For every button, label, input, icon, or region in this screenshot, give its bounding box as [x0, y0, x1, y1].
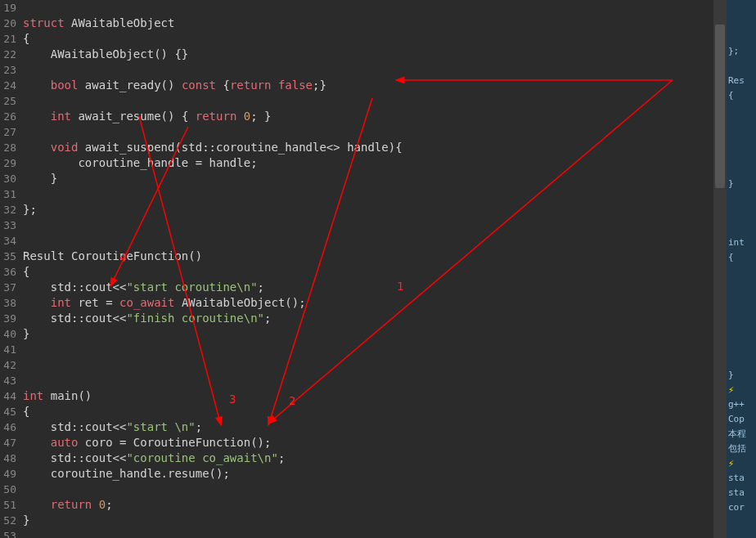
- code-token: await_resume() {: [71, 110, 196, 123]
- code-line[interactable]: {: [23, 31, 713, 47]
- line-number: 29: [0, 155, 16, 171]
- code-line[interactable]: {: [23, 264, 713, 280]
- code-token: main(): [43, 389, 92, 402]
- code-line[interactable]: std::cout<<"start coroutine\n";: [23, 280, 713, 295]
- line-number: 20: [0, 16, 16, 31]
- line-number: 25: [0, 93, 16, 109]
- code-token: std::cout<<: [23, 312, 126, 325]
- line-number: 52: [0, 513, 16, 528]
- code-line[interactable]: [23, 217, 713, 233]
- code-line[interactable]: [23, 373, 713, 388]
- line-number: 23: [0, 62, 16, 78]
- minimap-line: {: [727, 250, 756, 265]
- code-line[interactable]: [23, 124, 713, 140]
- code-line[interactable]: int ret = co_await AWaitableObject();: [23, 295, 713, 311]
- code-line[interactable]: AWaitableObject() {}: [23, 47, 713, 62]
- minimap-line: int: [727, 235, 756, 250]
- code-line[interactable]: [23, 528, 713, 538]
- minimap-line: [727, 29, 756, 44]
- line-number: 46: [0, 419, 16, 435]
- code-token: ;: [196, 420, 202, 433]
- code-token: "coroutine co_await\n": [126, 451, 277, 464]
- minimap-line: [727, 147, 756, 162]
- code-token: coroutine_handle.resume();: [23, 467, 230, 480]
- code-line[interactable]: return 0;: [23, 497, 713, 513]
- minimap-line: [727, 294, 756, 309]
- code-token: coro = CoroutineFunction();: [78, 436, 271, 449]
- code-line[interactable]: }: [23, 513, 713, 528]
- code-token: 0: [99, 498, 106, 511]
- code-line[interactable]: coroutine_handle = handle;: [23, 155, 713, 171]
- code-line[interactable]: [23, 62, 713, 78]
- code-line[interactable]: int main(): [23, 388, 713, 404]
- code-line[interactable]: auto coro = CoroutineFunction();: [23, 435, 713, 451]
- line-number: 45: [0, 404, 16, 419]
- code-area[interactable]: struct AWaitableObject{ AWaitableObject(…: [23, 0, 713, 538]
- code-token: ;: [106, 498, 112, 511]
- code-line[interactable]: [23, 186, 713, 202]
- minimap-line: [727, 15, 756, 29]
- code-token: AWaitableObject: [65, 16, 175, 29]
- code-editor[interactable]: 1920212223242526272829303132333435363738…: [0, 0, 713, 538]
- code-line[interactable]: struct AWaitableObject: [23, 16, 713, 31]
- code-line[interactable]: [23, 0, 713, 16]
- minimap-line: [727, 353, 756, 368]
- code-token: std::cout<<: [23, 280, 126, 294]
- line-number: 32: [0, 202, 16, 217]
- code-token: std::cout<<: [23, 420, 126, 433]
- code-line[interactable]: std::cout<<"start \n";: [23, 419, 713, 435]
- line-number: 40: [0, 326, 16, 342]
- code-line[interactable]: coroutine_handle.resume();: [23, 466, 713, 482]
- code-token: int: [51, 110, 71, 123]
- code-token: std::cout<<: [23, 451, 126, 464]
- code-token: {: [23, 405, 29, 418]
- code-line[interactable]: }: [23, 326, 713, 342]
- line-number: 49: [0, 466, 16, 482]
- line-number: 50: [0, 482, 16, 497]
- code-line[interactable]: [23, 482, 713, 497]
- code-token: int: [51, 296, 71, 309]
- code-token: int: [23, 389, 43, 402]
- minimap-line: [727, 191, 756, 206]
- line-number: 22: [0, 47, 16, 62]
- code-token: {: [216, 78, 230, 92]
- scrollbar-thumb[interactable]: [715, 25, 725, 188]
- code-line[interactable]: Result CoroutineFunction(): [23, 249, 713, 264]
- minimap-line: }: [727, 368, 756, 383]
- code-token: "start \n": [126, 420, 195, 433]
- code-line[interactable]: std::cout<<"finish coroutine\n";: [23, 311, 713, 326]
- code-line[interactable]: std::cout<<"coroutine co_await\n";: [23, 451, 713, 466]
- code-token: [236, 110, 243, 123]
- line-number: 43: [0, 373, 16, 388]
- line-number: 39: [0, 311, 16, 326]
- minimap-line: sta: [727, 471, 756, 486]
- minimap-line: [727, 265, 756, 280]
- code-line[interactable]: [23, 342, 713, 357]
- minimap-line: [727, 206, 756, 221]
- minimap-line: }: [727, 177, 756, 191]
- minimap-line: g++: [727, 397, 756, 412]
- code-line[interactable]: int await_resume() { return 0; }: [23, 109, 713, 124]
- code-line[interactable]: };: [23, 202, 713, 217]
- code-token: false: [278, 78, 313, 92]
- code-line[interactable]: [23, 233, 713, 249]
- code-line[interactable]: bool await_ready() const {return false;}: [23, 78, 713, 93]
- code-line[interactable]: [23, 93, 713, 109]
- code-token: [23, 78, 51, 92]
- code-line[interactable]: }: [23, 171, 713, 186]
- code-line[interactable]: void await_suspend(std::coroutine_handle…: [23, 140, 713, 155]
- code-token: ;: [278, 451, 285, 464]
- line-number: 33: [0, 217, 16, 233]
- vertical-scrollbar[interactable]: [713, 0, 727, 538]
- code-token: ;: [258, 280, 264, 294]
- minimap-line: [727, 103, 756, 118]
- line-number: 37: [0, 280, 16, 295]
- code-token: ;}: [313, 78, 326, 92]
- code-line[interactable]: [23, 357, 713, 373]
- code-line[interactable]: {: [23, 404, 713, 419]
- code-token: await_ready(): [78, 78, 181, 92]
- minimap[interactable]: };Res{}int{}g++Cop本程包括stastacor: [727, 0, 756, 538]
- minimap-line: };: [727, 44, 756, 59]
- code-token: "start coroutine\n": [126, 280, 257, 294]
- minimap-line: cor: [727, 500, 756, 515]
